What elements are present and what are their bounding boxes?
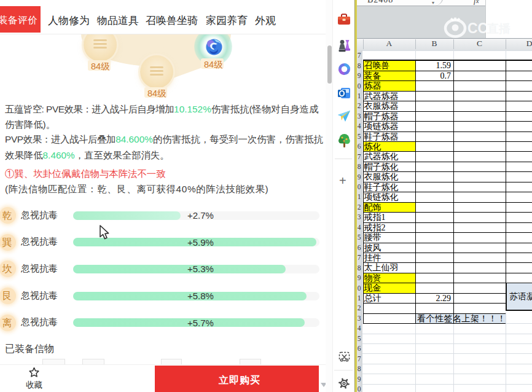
svg-text:直播: 直播 <box>487 22 511 35</box>
svg-text:CC: CC <box>467 20 488 36</box>
